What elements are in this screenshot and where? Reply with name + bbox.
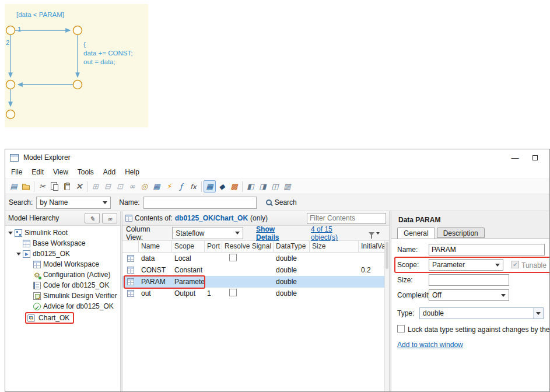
add-to-watch-link[interactable]: Add to watch window [397,341,463,349]
add-junction-button[interactable] [138,180,150,192]
add-data-button[interactable] [150,180,163,192]
menu-edit[interactable]: Edit [27,166,48,178]
hierarchy-pane-button[interactable] [244,180,257,192]
junction-bottom-left[interactable] [6,80,15,89]
tab-description[interactable]: Description [437,228,485,238]
maximize-icon [533,155,538,160]
junction-top-right[interactable] [73,26,82,35]
filter-button[interactable] [369,231,380,236]
tab-general[interactable]: General [397,228,435,239]
open-button[interactable] [20,180,32,192]
dialog-pane-button[interactable] [269,180,281,192]
add-link-button[interactable] [126,180,138,192]
maximize-button[interactable] [525,155,545,160]
add-frame-button[interactable] [114,180,126,192]
cell-name: out [139,289,172,298]
menu-add[interactable]: Add [99,166,120,178]
open-stateflow-button[interactable] [228,180,240,192]
add-frame-icon [117,183,123,190]
size-field[interactable] [429,274,509,286]
junction-top-left[interactable] [6,26,15,35]
size-field-label: Size: [397,276,413,284]
contents-pane-button[interactable] [257,180,269,192]
copy-button[interactable] [48,180,61,192]
new-model-icon [10,183,17,190]
tree-item-chart-ok[interactable]: Chart_OK [5,312,120,324]
complexity-dropdown[interactable]: Off [429,289,509,301]
search-button[interactable]: Search [262,197,300,208]
tree-item-advice[interactable]: Advice for db0125_OK [5,301,120,312]
dialog-title: Data PARAM [398,216,440,224]
transition-condition-label[interactable]: [data < PARAM] [16,10,64,19]
tree-item-design-verifier[interactable]: Simulink Design Verifier [5,290,120,301]
tunable-checkbox[interactable] [512,261,519,268]
tree-item-base-workspace[interactable]: Base Workspace [5,238,120,249]
header-resolve-signal[interactable]: Resolve Signal [222,241,274,252]
combo-dropdown-button[interactable] [533,308,543,318]
open-simulink-button[interactable] [216,180,228,192]
junction-bottom-right[interactable] [73,80,82,89]
lock-datatype-checkbox[interactable] [397,325,405,332]
menu-view[interactable]: View [48,166,73,178]
column-view-dropdown[interactable]: Stateflow [172,227,243,239]
cell-datatype: double [274,254,310,262]
object-count-link[interactable]: 4 of 15 object(s) [311,225,359,242]
type-combobox[interactable]: double [419,307,544,319]
find-button[interactable] [102,213,117,223]
search-mode-dropdown[interactable]: by Name [36,197,111,209]
show-details-link[interactable]: Show Details [256,225,298,242]
model-hierarchy-tree: Simulink Root Base Workspace db0125_OK [5,226,120,392]
search-name-input[interactable] [143,197,257,209]
table-row-data[interactable]: data Local double [122,253,389,264]
name-field[interactable] [429,244,545,256]
tree-item-model-workspace[interactable]: Model Workspace [5,259,120,270]
tree-item-simulink-root[interactable]: Simulink Root [5,228,120,238]
layout-pane-button[interactable] [281,180,293,192]
tree-item-code[interactable]: Code for db0125_OK [5,280,120,290]
cut-button[interactable] [36,180,48,192]
transition-action-label[interactable]: { data += CONST; out = data; [83,40,132,66]
contents-path-link[interactable]: db0125_OK/Chart_OK [175,214,248,222]
expander-icon[interactable] [16,251,22,257]
menu-file[interactable]: File [6,166,27,178]
scrollbar-thumb[interactable] [386,242,388,269]
menu-help[interactable]: Help [120,166,144,178]
resolve-signal-checkbox[interactable] [229,289,237,296]
scope-dropdown[interactable]: Parameter [429,259,503,271]
add-function-button[interactable] [175,180,187,192]
column-view-button[interactable] [204,180,216,192]
tree-item-label: Base Workspace [33,239,86,247]
table-row-param[interactable]: PARAM Parameter double [122,276,389,288]
paste-button[interactable] [61,180,73,192]
add-data-icon [153,183,160,190]
table-row-const[interactable]: CONST Constant double 0.2 [122,264,389,276]
header-size[interactable]: Size [310,241,359,252]
new-model-button[interactable] [8,180,20,192]
cut-icon [39,183,45,190]
junction-exit[interactable] [6,110,15,119]
title-bar: Model Explorer — [5,149,549,166]
resolve-signal-checkbox[interactable] [229,254,237,261]
minimize-button[interactable]: — [505,153,525,162]
menu-tools[interactable]: Tools [73,166,99,178]
expander-icon[interactable] [8,230,13,236]
add-matlab-function-button[interactable] [187,180,199,192]
vertical-scrollbar[interactable] [384,241,389,392]
header-name[interactable]: Name [139,241,172,252]
chevron-down-icon [376,232,380,235]
type-field-label: Type: [397,309,414,317]
filter-contents-input[interactable] [307,213,386,224]
header-port[interactable]: Port [205,241,222,252]
edit-hierarchy-button[interactable] [85,213,100,223]
header-scope[interactable]: Scope [172,241,205,252]
tree-item-configuration[interactable]: Configuration (Active) [5,270,120,280]
tree-item-db0125-ok[interactable]: db0125_OK [5,249,120,259]
header-datatype[interactable]: DataType [274,241,310,252]
complexity-value: Off [432,291,442,299]
add-box-button[interactable] [101,180,114,192]
delete-button[interactable] [73,180,85,192]
add-event-button[interactable] [163,180,175,192]
add-state-button[interactable] [89,180,101,192]
search-button-label: Search [275,198,297,206]
table-row-out[interactable]: out Output 1 double [122,288,389,299]
